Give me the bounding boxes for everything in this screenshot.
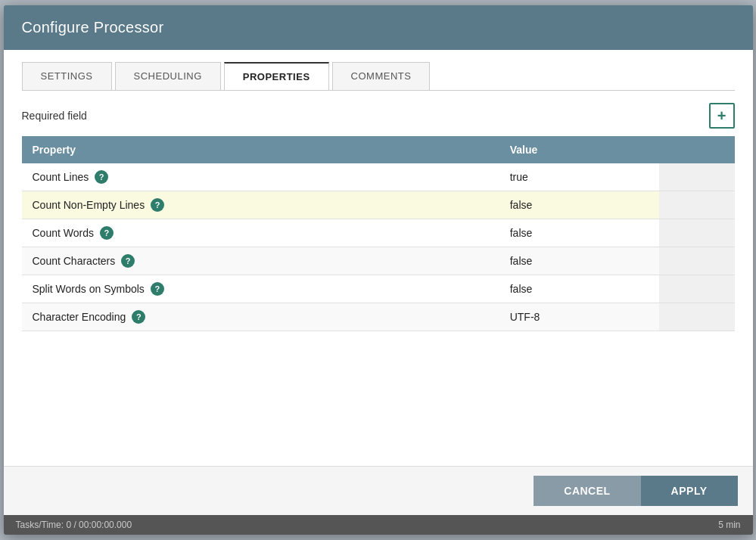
help-icon[interactable]: ?	[151, 198, 164, 212]
property-name-cell: Count Characters?	[22, 247, 499, 275]
property-action-cell	[659, 163, 735, 191]
help-icon[interactable]: ?	[100, 226, 114, 240]
column-header-property: Property	[22, 136, 499, 163]
tab-properties[interactable]: PROPERTIES	[224, 62, 329, 90]
tab-settings[interactable]: SETTINGS	[22, 62, 112, 90]
dialog-footer: CANCEL APPLY	[4, 466, 753, 515]
property-name-cell: Count Words?	[22, 219, 499, 247]
property-name: Count Lines	[33, 171, 89, 183]
tabs-container: SETTINGS SCHEDULING PROPERTIES COMMENTS	[22, 62, 735, 91]
tab-scheduling[interactable]: SCHEDULING	[115, 62, 221, 90]
required-field-label: Required field	[22, 110, 87, 122]
table-header-row: Property Value	[22, 136, 735, 163]
property-name-cell: Character Encoding?	[22, 303, 499, 331]
table-row[interactable]: Count Non-Empty Lines?false	[22, 191, 735, 219]
bottom-bar: Tasks/Time: 0 / 00:00:00.000 5 min	[4, 515, 753, 535]
apply-button[interactable]: APPLY	[641, 476, 738, 506]
column-header-value: Value	[499, 136, 659, 163]
help-icon[interactable]: ?	[95, 170, 108, 184]
configure-processor-dialog: Configure Processor SETTINGS SCHEDULING …	[4, 5, 753, 535]
help-icon[interactable]: ?	[121, 254, 135, 268]
property-value-cell[interactable]: true	[499, 163, 659, 191]
dialog-title: Configure Processor	[22, 19, 164, 36]
property-name: Count Non-Empty Lines	[33, 199, 145, 211]
property-action-cell	[659, 275, 735, 303]
properties-table: Property Value Count Lines?trueCount Non…	[22, 136, 735, 331]
property-action-cell	[659, 247, 735, 275]
property-value-cell[interactable]: false	[499, 219, 659, 247]
table-row[interactable]: Count Lines?true	[22, 163, 735, 191]
table-row[interactable]: Character Encoding?UTF-8	[22, 303, 735, 331]
dialog-header: Configure Processor	[4, 5, 753, 50]
property-name-cell: Count Non-Empty Lines?	[22, 191, 499, 219]
property-value-cell[interactable]: false	[499, 191, 659, 219]
property-name-cell: Split Words on Symbols?	[22, 275, 499, 303]
help-icon[interactable]: ?	[151, 282, 164, 296]
add-property-button[interactable]: +	[709, 103, 735, 129]
property-name-cell: Count Lines?	[22, 163, 499, 191]
property-name: Character Encoding	[33, 311, 126, 323]
table-row[interactable]: Count Words?false	[22, 219, 735, 247]
property-name: Count Words	[33, 227, 94, 239]
bottom-bar-left: Tasks/Time: 0 / 00:00:00.000	[16, 520, 132, 530]
property-name: Split Words on Symbols	[33, 283, 145, 295]
tab-comments[interactable]: COMMENTS	[332, 62, 431, 90]
dialog-body: SETTINGS SCHEDULING PROPERTIES COMMENTS …	[4, 50, 753, 466]
property-name: Count Characters	[33, 255, 116, 267]
table-row[interactable]: Split Words on Symbols?false	[22, 275, 735, 303]
property-value-cell[interactable]: false	[499, 247, 659, 275]
column-header-action	[659, 136, 735, 163]
property-action-cell	[659, 219, 735, 247]
bottom-bar-right: 5 min	[718, 520, 740, 530]
table-row[interactable]: Count Characters?false	[22, 247, 735, 275]
property-value-cell[interactable]: false	[499, 275, 659, 303]
property-value-cell[interactable]: UTF-8	[499, 303, 659, 331]
property-action-cell	[659, 303, 735, 331]
help-icon[interactable]: ?	[132, 310, 145, 324]
property-action-cell	[659, 191, 735, 219]
required-field-row: Required field +	[22, 103, 735, 129]
cancel-button[interactable]: CANCEL	[534, 476, 640, 506]
